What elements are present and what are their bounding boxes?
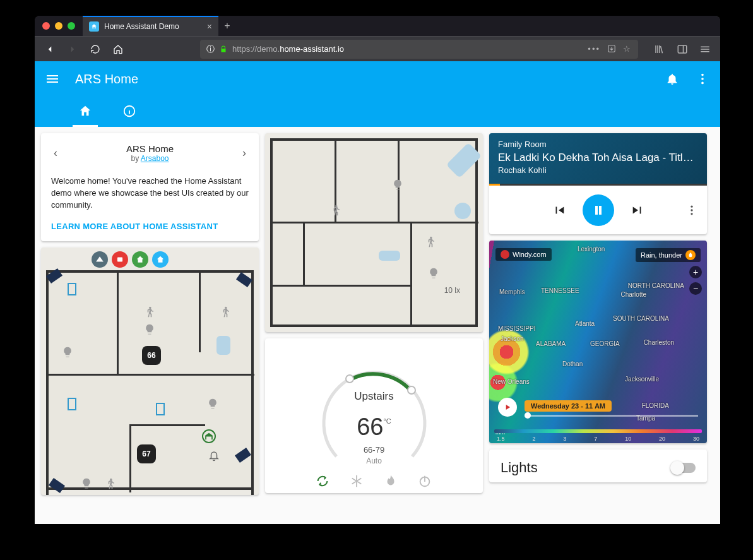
map-zoom-out-button[interactable]: − <box>689 282 702 295</box>
lights-card: Lights <box>489 450 707 482</box>
door-icon[interactable] <box>68 398 76 410</box>
media-prev-button[interactable] <box>552 203 566 217</box>
window-controls <box>35 22 83 30</box>
svg-rect-1 <box>678 45 687 53</box>
media-title: Ek Ladki Ko Dekha Toh Aisa Laga - Title… <box>498 152 698 164</box>
thermostat-temp: 66°C <box>311 414 437 441</box>
hvac-cool-button[interactable] <box>350 474 365 489</box>
lights-title: Lights <box>501 460 538 476</box>
hvac-auto-button[interactable] <box>316 474 331 489</box>
light-icon[interactable] <box>79 476 94 491</box>
map-city-label: Jackson <box>501 335 524 342</box>
dashboard: ‹ ARS Home by Arsaboo › Welcome home! Yo… <box>35 127 720 524</box>
light-icon[interactable] <box>142 322 157 337</box>
thermostat-ring[interactable]: Upstairs 66°C 66-79 Auto <box>311 355 437 482</box>
url-bar[interactable]: ⓘ https://demo.home-assistant.io ••• ☆ <box>200 40 638 59</box>
scene-icon-2[interactable] <box>112 251 128 268</box>
light-icon[interactable] <box>60 345 75 360</box>
media-more-button[interactable] <box>685 204 698 217</box>
learn-more-link[interactable]: LEARN MORE ABOUT HOME ASSISTANT <box>51 222 249 231</box>
tab-info[interactable] <box>117 97 142 127</box>
motion-icon[interactable] <box>103 476 118 491</box>
app-viewport: ARS Home <box>35 61 720 524</box>
light-icon[interactable] <box>205 396 220 412</box>
floorplan-upper-card[interactable]: 10 lx <box>265 133 483 332</box>
library-button[interactable] <box>649 39 670 59</box>
map-city-label: New Orleans <box>493 378 530 385</box>
reader-mode-icon[interactable] <box>607 44 617 54</box>
motion-icon[interactable] <box>328 203 343 218</box>
weather-layer[interactable]: Rain, thunder <box>636 248 701 262</box>
motion-icon[interactable] <box>423 234 438 249</box>
light-icon[interactable] <box>390 177 405 193</box>
close-window-button[interactable] <box>42 22 50 30</box>
minimize-window-button[interactable] <box>55 22 62 30</box>
door-icon[interactable] <box>156 403 165 415</box>
map-state-label: TENNESSEE <box>541 287 579 294</box>
tab-home[interactable] <box>73 97 98 127</box>
lux-value: 10 lx <box>444 286 460 295</box>
lock-icon <box>220 45 227 53</box>
welcome-prev-button[interactable]: ‹ <box>51 144 60 162</box>
weather-legend-ticks: 1.5237102030 <box>494 436 702 442</box>
weather-map-card[interactable]: Windy.com Rain, thunder + − Lexington Me… <box>489 241 707 443</box>
thermostat-badge[interactable]: 66 <box>142 346 161 365</box>
maximize-window-button[interactable] <box>68 22 75 30</box>
site-info-icon[interactable]: ⓘ <box>206 44 215 55</box>
thermostat-low-handle[interactable] <box>345 374 354 383</box>
door-icon[interactable] <box>68 283 76 295</box>
page-actions-icon[interactable]: ••• <box>588 44 600 54</box>
media-pause-button[interactable] <box>583 194 614 226</box>
scene-icon-1[interactable] <box>92 251 108 268</box>
menu-button[interactable] <box>695 39 715 59</box>
floorplan-main-card[interactable]: 66 67 <box>41 247 259 495</box>
welcome-next-button[interactable]: › <box>240 144 249 162</box>
svg-point-4 <box>701 82 704 85</box>
scene-icon-3[interactable] <box>132 251 148 268</box>
svg-rect-6 <box>117 257 122 261</box>
welcome-body: Welcome home! You've reached the Home As… <box>51 176 249 211</box>
home-button[interactable] <box>108 39 128 59</box>
lights-toggle[interactable] <box>672 463 696 473</box>
hamburger-menu-button[interactable] <box>45 71 60 86</box>
weather-brand[interactable]: Windy.com <box>495 248 552 261</box>
back-button[interactable] <box>40 39 60 59</box>
overflow-menu-button[interactable] <box>695 71 710 86</box>
thermostat-range: 66-79 <box>311 445 437 455</box>
notifications-button[interactable] <box>665 71 680 86</box>
url-text: https://demo.home-assistant.io <box>232 44 344 54</box>
tab-favicon <box>89 21 99 32</box>
bookmark-icon[interactable]: ☆ <box>623 44 632 54</box>
sidebar-button[interactable] <box>672 39 692 59</box>
media-next-button[interactable] <box>631 203 644 217</box>
browser-tab[interactable]: Home Assistant Demo × <box>83 16 218 36</box>
app-header: ARS Home <box>35 61 720 127</box>
tab-close-button[interactable]: × <box>207 21 212 32</box>
garage-icon[interactable] <box>202 429 216 443</box>
hvac-off-button[interactable] <box>418 474 433 489</box>
new-tab-button[interactable]: + <box>218 17 236 35</box>
map-city-label: Dothan <box>562 360 583 367</box>
thermostat-badge[interactable]: 67 <box>137 444 156 463</box>
welcome-card: ‹ ARS Home by Arsaboo › Welcome home! Yo… <box>41 133 259 241</box>
doorbell-icon[interactable] <box>206 448 222 463</box>
weather-timeline[interactable] <box>525 415 698 417</box>
reload-button[interactable] <box>85 39 105 59</box>
welcome-title: ARS Home <box>126 143 174 154</box>
map-state-label: NORTH CAROLINA <box>628 282 684 289</box>
forward-button[interactable] <box>62 39 83 59</box>
app-title: ARS Home <box>75 72 138 86</box>
scene-icon-4[interactable] <box>152 251 169 268</box>
welcome-author-link[interactable]: Arsaboo <box>141 154 169 163</box>
header-tabs <box>35 97 720 127</box>
light-icon[interactable] <box>426 266 441 281</box>
motion-icon[interactable] <box>142 304 157 319</box>
motion-icon[interactable] <box>218 304 233 319</box>
hvac-heat-button[interactable] <box>384 474 399 489</box>
media-room: Family Room <box>498 140 698 149</box>
map-state-label: MISSISSIPPI <box>498 325 535 332</box>
weather-timestamp: Wednesday 23 - 11 AM <box>525 400 612 412</box>
map-zoom-in-button[interactable]: + <box>689 266 702 278</box>
map-state-label: FLORIDA <box>642 402 669 409</box>
weather-play-button[interactable] <box>498 398 517 417</box>
